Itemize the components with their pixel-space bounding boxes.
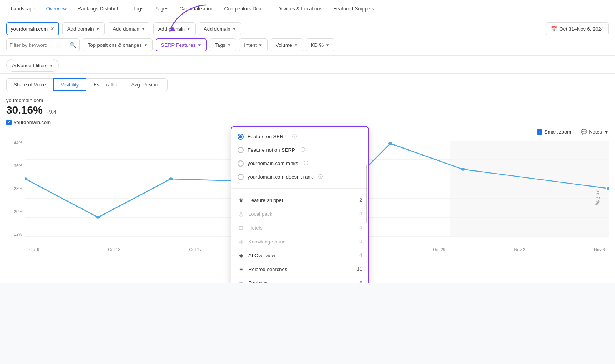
domain-stats: yourdomain.com 30.16% -9.4 <box>6 98 609 116</box>
knowledge-icon: ◈ <box>238 238 244 245</box>
filter-domain-ranks[interactable]: yourdomain.com ranks ⓘ <box>231 157 368 170</box>
list-icon: ≡ <box>238 266 244 273</box>
nav-item-tags[interactable]: Tags <box>128 0 148 18</box>
smart-zoom: ✓ Smart zoom <box>537 129 571 135</box>
ai-overview-label: AI Overview <box>248 253 275 258</box>
radio-inner-dot <box>239 135 242 138</box>
domain-legend: ✓ yourdomain.com <box>6 119 609 125</box>
hotels-count: 0 <box>359 225 362 230</box>
kd-dropdown[interactable]: KD % ▼ <box>306 38 334 51</box>
toolbar: yourdomain.com ✕ Add domain ▼ Add domain… <box>0 18 615 56</box>
radio-empty-icon <box>238 174 244 180</box>
tags-dropdown[interactable]: Tags ▼ <box>210 38 236 51</box>
keyword-filter-input[interactable] <box>10 42 67 48</box>
search-icon: 🔍 <box>70 42 76 48</box>
keyword-filter-wrap: 🔍 <box>6 38 80 51</box>
chevron-down-icon: ▼ <box>232 27 236 31</box>
location-icon: ◎ <box>238 210 244 217</box>
main-content: yourdomain.com 30.16% -9.4 ✓ yourdomain.… <box>0 91 615 283</box>
stats-domain: yourdomain.com <box>6 98 609 103</box>
nav-item-overview[interactable]: Overview <box>42 0 71 18</box>
feature-not-on-serp-label: Feature not on SERP <box>248 147 295 153</box>
scrollbar[interactable] <box>366 165 367 223</box>
info-icon: ⓘ <box>304 160 308 167</box>
stats-change: -9.4 <box>47 109 57 115</box>
related-searches-count: 11 <box>357 266 362 272</box>
ai-overview-count: 4 <box>359 253 362 258</box>
radio-selected-icon <box>238 134 244 140</box>
intent-dropdown[interactable]: Intent ▼ <box>239 38 267 51</box>
domain-ranks-label: yourdomain.com ranks <box>248 160 298 166</box>
y-label-20: 20% <box>14 209 22 214</box>
nav-item-devices[interactable]: Devices & Locations <box>273 0 327 18</box>
serp-features-label: SERP Features <box>161 42 196 48</box>
serp-features-dropdown-panel: Feature on SERP ⓘ Feature not on SERP ⓘ … <box>231 126 369 283</box>
smart-zoom-checkbox[interactable]: ✓ <box>537 129 542 135</box>
chevron-down-icon: ▼ <box>50 63 53 68</box>
y-label-28: 28% <box>14 186 22 191</box>
hotels-item[interactable]: ⊞ Hotels 0 <box>231 221 368 235</box>
close-icon[interactable]: ✕ <box>50 26 55 32</box>
chevron-down-icon: ▼ <box>144 43 148 47</box>
diamond-icon: ◆ <box>238 252 244 259</box>
volume-dropdown[interactable]: Volume ▼ <box>271 38 303 51</box>
svg-point-9 <box>96 216 100 219</box>
filter-feature-on-serp[interactable]: Feature on SERP ⓘ <box>231 130 368 143</box>
knowledge-panel-item[interactable]: ◈ Knowledge panel 0 <box>231 235 368 248</box>
filter-feature-not-on-serp[interactable]: Feature not on SERP ⓘ <box>231 143 368 157</box>
tab-avg-position[interactable]: Avg. Position <box>124 78 168 91</box>
filter-domain-no-rank[interactable]: yourdomain.com doesn't rank ⓘ <box>231 170 368 184</box>
tab-visibility[interactable]: Visibility <box>53 78 87 91</box>
top-positions-dropdown[interactable]: Top positions & changes ▼ <box>83 38 153 51</box>
x-label-oct13: Oct 13 <box>108 247 120 252</box>
ai-overview-item[interactable]: ◆ AI Overview 4 <box>231 248 368 262</box>
feature-snippet-item[interactable]: ♛ Feature snippet 2 <box>231 193 368 207</box>
hotel-icon: ⊞ <box>238 224 244 231</box>
notes-label: Notes <box>589 129 602 135</box>
date-picker[interactable]: 📅 Oct 31–Nov 6, 2024 <box>546 22 609 35</box>
y-label-12: 12% <box>14 232 22 237</box>
nav-item-rankings[interactable]: Rankings Distribut... <box>73 0 127 18</box>
chevron-down-icon: ▼ <box>294 43 298 47</box>
advanced-filters-btn[interactable]: Advanced filters ▼ <box>6 59 59 72</box>
notes-button[interactable]: 💬 Notes ▼ <box>576 129 609 135</box>
add-domain-2[interactable]: Add domain ▼ <box>108 22 150 35</box>
domain-label: yourdomain.com <box>11 26 48 32</box>
nav-item-competitors[interactable]: Competitors Disc... <box>219 0 271 18</box>
info-icon: ⓘ <box>301 147 305 153</box>
legend-checkbox[interactable]: ✓ <box>6 120 12 125</box>
advanced-filters-row: Advanced filters ▼ <box>0 56 615 74</box>
feature-snippet-count: 2 <box>359 197 362 203</box>
chevron-down-icon: ▼ <box>326 43 329 47</box>
stats-percentage: 30.16% <box>6 104 43 116</box>
feature-types-section: ♛ Feature snippet 2 ◎ Local pack 0 ⊞ Hot… <box>231 190 368 283</box>
x-label-oct29: Oct 29 <box>433 247 445 252</box>
intent-label: Intent <box>244 42 257 48</box>
top-positions-label: Top positions & changes <box>88 42 142 48</box>
svg-point-13 <box>388 142 392 145</box>
crown-icon: ♛ <box>238 197 244 204</box>
reviews-item[interactable]: ☆ Reviews 6 <box>231 276 368 283</box>
nav-item-snippets[interactable]: Featured Snippets <box>329 0 379 18</box>
radio-empty-icon <box>238 160 244 167</box>
svg-point-10 <box>169 177 173 180</box>
tags-label: Tags <box>215 42 225 48</box>
related-searches-item[interactable]: ≡ Related searches 11 <box>231 262 368 276</box>
curved-arrow-annotation <box>167 3 213 35</box>
x-label-oct9: Oct 9 <box>29 247 39 252</box>
metrics-section: Share of Voice Visibility Est. Traffic A… <box>0 74 615 91</box>
tab-est-traffic[interactable]: Est. Traffic <box>86 78 124 91</box>
tab-share-of-voice[interactable]: Share of Voice <box>6 78 53 91</box>
local-pack-item[interactable]: ◎ Local pack 0 <box>231 207 368 221</box>
nav-item-landscape[interactable]: Landscape <box>6 0 40 18</box>
kd-label: KD % <box>311 42 324 48</box>
chevron-down-icon: ▼ <box>259 43 263 47</box>
svg-point-14 <box>461 168 465 171</box>
info-icon: ⓘ <box>318 174 323 180</box>
serp-features-dropdown[interactable]: SERP Features ▼ <box>156 38 207 51</box>
radio-empty-icon <box>238 147 244 153</box>
hotels-label: Hotels <box>248 225 263 231</box>
add-domain-1[interactable]: Add domain ▼ <box>62 22 105 35</box>
star-icon: ☆ <box>238 280 244 283</box>
chevron-down-icon: ▼ <box>198 43 201 47</box>
